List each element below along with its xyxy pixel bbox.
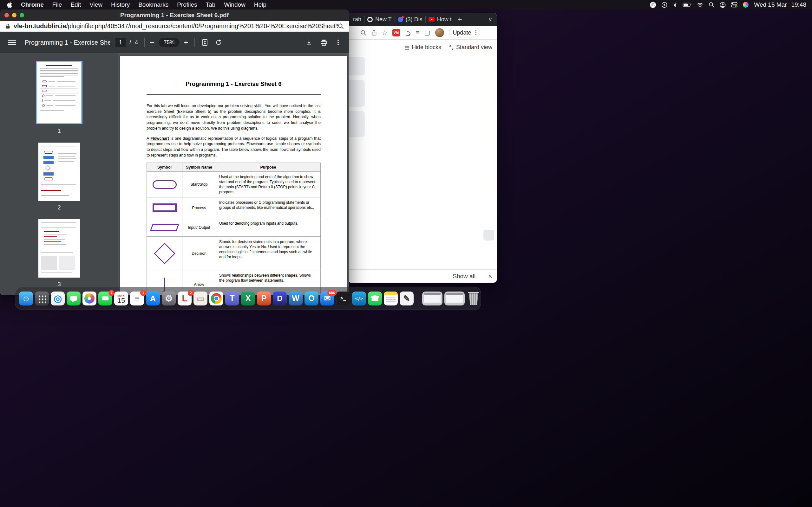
dock-driver-theory[interactable]: L2 bbox=[177, 291, 192, 305]
dock-calendar[interactable]: MAR15 bbox=[114, 291, 128, 305]
dock-discord[interactable]: D bbox=[273, 291, 287, 305]
toolbar-search-icon[interactable] bbox=[360, 30, 366, 36]
tab-youtube[interactable]: How t bbox=[426, 14, 455, 25]
input-output-shape bbox=[150, 224, 179, 231]
dock-facetime[interactable]: 7 bbox=[98, 291, 112, 305]
dock-word[interactable]: W bbox=[289, 291, 303, 305]
update-button[interactable]: Update bbox=[449, 28, 480, 38]
vm-extension-icon[interactable]: VM bbox=[392, 29, 400, 37]
spotlight-icon[interactable] bbox=[709, 2, 714, 8]
menu-clock[interactable]: Wed 15 Mar 19:48 bbox=[754, 1, 806, 8]
menu-item-bookmarks[interactable]: Bookmarks bbox=[138, 1, 168, 8]
flowchart-keyword: Flowchart bbox=[150, 136, 169, 141]
zoom-in-button[interactable]: + bbox=[184, 38, 188, 47]
dock-terminal[interactable]: >_ bbox=[336, 291, 350, 305]
flowchart-symbols-table: Symbol Symbol Name Purpose Start/Stop Us… bbox=[147, 163, 321, 295]
control-center-icon[interactable] bbox=[731, 2, 738, 8]
fit-to-page-button[interactable] bbox=[202, 39, 208, 46]
dock-whatsapp[interactable]: ☎ bbox=[368, 291, 382, 305]
tab-discord[interactable]: (3) Dis bbox=[395, 14, 425, 25]
address-bar[interactable]: vle-bn.tudublin.ie/pluginfile.php/405347… bbox=[0, 21, 349, 32]
dock-launchpad[interactable] bbox=[35, 291, 49, 305]
bluetooth-icon[interactable] bbox=[673, 2, 677, 8]
hide-blocks-link[interactable]: ▤ Hide blocks bbox=[404, 44, 441, 51]
thumbnail-page-1[interactable] bbox=[36, 61, 83, 124]
menu-item-view[interactable]: View bbox=[90, 1, 102, 8]
bookmark-star-icon[interactable]: ☆ bbox=[382, 29, 388, 37]
grammarly-status-icon[interactable]: G bbox=[650, 2, 656, 8]
battery-icon[interactable] bbox=[682, 3, 692, 7]
tab-group-icon[interactable]: ▢ bbox=[424, 29, 430, 37]
dock-excel[interactable]: X bbox=[241, 291, 255, 305]
dock-safari[interactable]: ◎ bbox=[51, 291, 65, 305]
wifi-icon[interactable] bbox=[697, 2, 703, 7]
find-in-page-icon[interactable] bbox=[338, 23, 344, 29]
thumbnail-page-3[interactable] bbox=[38, 219, 80, 278]
dock-finder[interactable]: ☺ bbox=[19, 291, 33, 305]
print-icon[interactable] bbox=[320, 39, 327, 46]
dock-settings[interactable]: ⚙ bbox=[162, 291, 176, 305]
dock-pencil[interactable]: ✎ bbox=[400, 291, 414, 305]
lock-icon[interactable] bbox=[5, 23, 10, 29]
dock-photos[interactable] bbox=[83, 291, 96, 305]
menu-item-history[interactable]: History bbox=[111, 1, 130, 8]
show-all-link[interactable]: Show all bbox=[453, 273, 475, 280]
dock-messages[interactable] bbox=[67, 291, 81, 305]
fast-user-switch-icon[interactable] bbox=[720, 2, 726, 8]
pdf-page-view[interactable]: Programming 1 - Exercise Sheet 6 For thi… bbox=[118, 53, 349, 295]
header-symbol: Symbol bbox=[147, 163, 183, 172]
toolbar-divider bbox=[194, 38, 195, 47]
menu-item-window[interactable]: Window bbox=[224, 1, 246, 8]
thumbnail-page-2[interactable] bbox=[38, 143, 80, 201]
page-card-skeleton bbox=[348, 57, 365, 75]
window-titlebar[interactable]: Programming 1 - Exercise Sheet 6.pdf bbox=[0, 9, 349, 21]
menu-item-help[interactable]: Help bbox=[254, 1, 266, 8]
menu-item-edit[interactable]: Edit bbox=[70, 1, 81, 8]
profile-avatar[interactable] bbox=[435, 28, 444, 37]
rotate-button[interactable] bbox=[215, 39, 222, 46]
dock-vscode[interactable]: </> bbox=[352, 291, 366, 305]
dock-trash[interactable] bbox=[467, 291, 480, 305]
dock-teams[interactable]: T bbox=[225, 291, 239, 305]
apple-logo-icon[interactable] bbox=[7, 2, 12, 8]
dock-window-preview-1[interactable] bbox=[422, 291, 443, 305]
share-icon[interactable] bbox=[371, 30, 377, 36]
scroll-to-top-button[interactable] bbox=[484, 230, 494, 240]
thumbnail-label-2: 2 bbox=[57, 204, 61, 211]
siri-icon[interactable] bbox=[743, 2, 749, 8]
extension-puzzle-icon[interactable] bbox=[405, 30, 411, 36]
dock-powerpoint[interactable]: P bbox=[257, 291, 271, 305]
thumbnail-image-1[interactable] bbox=[36, 61, 83, 124]
download-icon[interactable] bbox=[306, 39, 312, 46]
standard-view-link[interactable]: Standard view bbox=[449, 44, 492, 51]
table-row: Start/Stop Used at the beginning and end… bbox=[147, 172, 321, 198]
play-status-icon[interactable] bbox=[661, 2, 667, 8]
dock-reminders[interactable]: ≡1 bbox=[130, 291, 144, 305]
dock-mail[interactable]: ✉886 bbox=[320, 291, 334, 305]
dock-folder[interactable]: ▭ bbox=[194, 291, 207, 305]
dock-chrome[interactable] bbox=[209, 291, 223, 305]
page-number-input[interactable]: 1 bbox=[115, 38, 125, 47]
menu-item-chrome[interactable]: Chrome bbox=[21, 1, 44, 8]
browser-menu-icon[interactable] bbox=[475, 32, 477, 33]
more-options-icon[interactable] bbox=[336, 42, 341, 43]
menu-item-tab[interactable]: Tab bbox=[206, 1, 216, 8]
menu-item-file[interactable]: File bbox=[52, 1, 62, 8]
sidebar-menu-icon[interactable] bbox=[8, 40, 16, 45]
thumbnail-image-3[interactable] bbox=[38, 219, 80, 278]
thumbnail-image-2[interactable] bbox=[38, 143, 80, 201]
tab-github[interactable]: New T bbox=[364, 14, 395, 25]
tab-partial[interactable]: rah bbox=[350, 14, 364, 25]
tab-search-chevron-icon[interactable]: ∨ bbox=[489, 16, 494, 23]
dock-appstore[interactable]: A bbox=[146, 291, 160, 305]
reading-list-icon[interactable]: ≡ bbox=[416, 29, 420, 37]
new-tab-button[interactable]: + bbox=[458, 15, 462, 24]
zoom-level[interactable]: 75% bbox=[159, 38, 179, 47]
zoom-out-button[interactable]: − bbox=[150, 38, 154, 48]
url-text[interactable]: vle-bn.tudublin.ie/pluginfile.php/405347… bbox=[14, 22, 338, 30]
close-bar-icon[interactable]: × bbox=[488, 272, 492, 280]
dock-window-preview-2[interactable] bbox=[444, 291, 465, 305]
dock-outlook[interactable]: O bbox=[305, 291, 318, 305]
dock-notes[interactable] bbox=[384, 291, 398, 305]
menu-item-profiles[interactable]: Profiles bbox=[177, 1, 197, 8]
